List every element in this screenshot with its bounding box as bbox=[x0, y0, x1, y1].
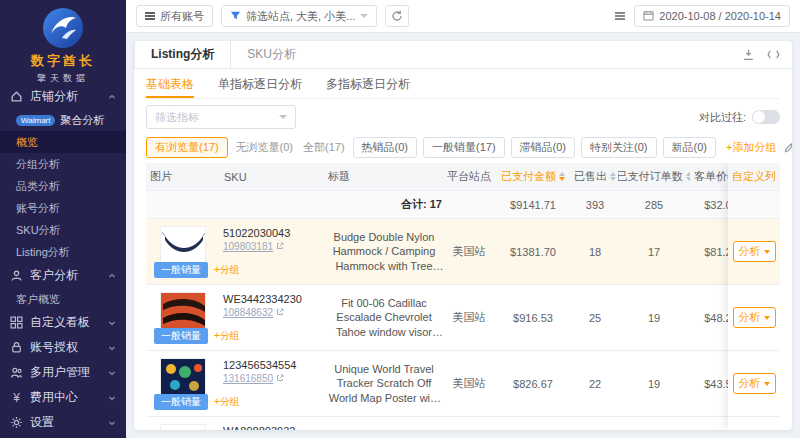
orders-cell: 19 bbox=[618, 378, 690, 390]
table-row[interactable]: WE3442334230 108848632 Fit 00-06 Cadilla… bbox=[146, 285, 780, 351]
compare-label: 对比过往: bbox=[699, 110, 746, 125]
subtabs: 基础表格 单指标逐日分析 多指标逐日分析 bbox=[146, 73, 780, 99]
header-paid-amount[interactable]: 已支付金额 bbox=[494, 169, 572, 184]
menu-label: 客户分析 bbox=[30, 267, 108, 284]
compare-toggle[interactable] bbox=[752, 110, 780, 124]
submenu-label: 聚合分析 bbox=[60, 113, 104, 128]
sales-level-tag: 一般销量 bbox=[154, 328, 208, 344]
content: Listing分析 SKU分析 基础表格 单指标逐日分析 多指标逐日分析 bbox=[126, 33, 800, 438]
date-range-picker[interactable]: 2020-10-08 / 2020-10-14 bbox=[634, 5, 790, 27]
sort-icons[interactable] bbox=[559, 172, 565, 181]
sidebar-item-customer-analysis[interactable]: 客户分析 bbox=[0, 263, 126, 288]
chevron-down-icon bbox=[108, 319, 116, 327]
chevron-down-icon bbox=[108, 394, 116, 402]
sku-code: 51022030043 bbox=[223, 227, 321, 239]
edit-icon[interactable] bbox=[784, 142, 792, 153]
filter-row: 筛选指标 对比过往: bbox=[146, 103, 780, 131]
site-filter[interactable]: 筛选站点, 大美, 小美... bbox=[221, 5, 377, 27]
submenu-label: Listing分析 bbox=[16, 245, 70, 260]
sort-icons[interactable] bbox=[610, 172, 616, 181]
product-image bbox=[160, 424, 206, 430]
download-icon[interactable] bbox=[742, 41, 755, 68]
listing-table: 图片 SKU 标题 平台站点 已支付金额 已售出 bbox=[146, 163, 780, 430]
subtab-single-metric-daily[interactable]: 单指标逐日分析 bbox=[218, 73, 302, 98]
add-to-group-button[interactable]: +分组 bbox=[214, 329, 240, 343]
add-to-group-button[interactable]: +分组 bbox=[214, 395, 240, 409]
header-title: 标题 bbox=[324, 169, 444, 184]
analysis-card: Listing分析 SKU分析 基础表格 单指标逐日分析 多指标逐日分析 bbox=[134, 41, 792, 430]
analyze-button[interactable]: 分析 bbox=[733, 373, 776, 394]
sidebar-item-settings[interactable]: 设置 bbox=[0, 410, 126, 435]
table-row[interactable]: WA898803932 106166992 Vent Window Visor … bbox=[146, 417, 780, 430]
metric-filter-placeholder: 筛选指标 bbox=[155, 110, 199, 125]
chip-hot-sellers[interactable]: 热销品(0) bbox=[353, 137, 417, 158]
sidebar-item-aggregate-analysis[interactable]: Walmart 聚合分析 bbox=[0, 109, 126, 131]
analyze-button[interactable]: 分析 bbox=[733, 241, 776, 262]
account-selector[interactable]: 所有账号 bbox=[136, 5, 213, 27]
analyze-button[interactable]: 分析 bbox=[733, 307, 776, 328]
submenu-label: 概览 bbox=[16, 135, 38, 150]
sidebar-item-sku-analysis[interactable]: SKU分析 bbox=[0, 219, 126, 241]
chip-has-views[interactable]: 有浏览量(17) bbox=[146, 137, 228, 158]
chip-no-views[interactable]: 无浏览量(0) bbox=[234, 138, 295, 157]
yen-icon: ¥ bbox=[10, 391, 23, 405]
table-row[interactable]: 123456534554 131616850 Unique World Trav… bbox=[146, 351, 780, 417]
listing-id-link[interactable]: 108848632 bbox=[223, 307, 273, 318]
sidebar-item-multi-user-management[interactable]: 多用户管理 bbox=[0, 360, 126, 385]
sidebar-item-listing-analysis[interactable]: Listing分析 bbox=[0, 241, 126, 263]
sidebar-item-group-analysis[interactable]: 分组分析 bbox=[0, 153, 126, 175]
analyze-label: 分析 bbox=[739, 244, 761, 259]
menu-label: 费用中心 bbox=[30, 389, 108, 406]
add-to-group-button[interactable]: +分组 bbox=[214, 263, 240, 277]
summary-row: 合计: 17 $9141.71 393 285 $32.08 bbox=[146, 191, 780, 219]
header-sold-label: 已售出 bbox=[574, 169, 607, 184]
header-sku: SKU bbox=[220, 171, 324, 183]
paid-amount-cell: $916.53 bbox=[494, 312, 572, 324]
listing-id-link[interactable]: 109803181 bbox=[223, 241, 273, 252]
sidebar-item-custom-dashboard[interactable]: 自定义看板 bbox=[0, 310, 126, 335]
listing-title: Budge Double Nylon Hammock / Camping Ham… bbox=[324, 230, 444, 273]
table-row[interactable]: 51022030043 109803181 Budge Double Nylon… bbox=[146, 219, 780, 285]
chip-special-watch[interactable]: 特别关注(0) bbox=[581, 137, 656, 158]
site-cell: 美国站 bbox=[444, 244, 494, 259]
subtab-multi-metric-daily[interactable]: 多指标逐日分析 bbox=[326, 73, 410, 98]
sku-code: 123456534554 bbox=[223, 359, 321, 371]
listing-id-link[interactable]: 131616850 bbox=[223, 373, 273, 384]
sidebar-item-overview[interactable]: 概览 bbox=[0, 131, 126, 153]
header-sold[interactable]: 已售出 bbox=[572, 169, 618, 184]
sidebar-item-account-authorization[interactable]: 账号授权 bbox=[0, 335, 126, 360]
site-tag-icon bbox=[230, 10, 241, 23]
external-link-icon bbox=[276, 241, 284, 252]
sidebar-item-account-analysis[interactable]: 账号分析 bbox=[0, 197, 126, 219]
chevron-down-icon bbox=[108, 419, 116, 427]
chevron-down-icon bbox=[108, 344, 116, 352]
sidebar-item-category-analysis[interactable]: 品类分析 bbox=[0, 175, 126, 197]
sidebar-item-customer-overview[interactable]: 客户概览 bbox=[0, 288, 126, 310]
chip-all[interactable]: 全部(17) bbox=[301, 138, 347, 157]
product-image bbox=[160, 358, 206, 396]
gear-icon bbox=[10, 416, 23, 429]
list-icon[interactable] bbox=[614, 10, 626, 22]
chip-new-products[interactable]: 新品(0) bbox=[663, 137, 716, 158]
chevron-right-icon[interactable] bbox=[767, 41, 780, 68]
chip-slow-sellers[interactable]: 滞销品(0) bbox=[511, 137, 575, 158]
submenu-label: SKU分析 bbox=[16, 223, 61, 238]
sidebar-item-shop-analysis[interactable]: 店铺分析 bbox=[0, 84, 126, 109]
tab-sku-analysis[interactable]: SKU分析 bbox=[231, 41, 312, 68]
chip-normal-sales[interactable]: 一般销量(17) bbox=[423, 137, 505, 158]
refresh-button[interactable] bbox=[385, 5, 409, 27]
sidebar-item-billing-center[interactable]: ¥ 费用中心 bbox=[0, 385, 126, 410]
dashboard-icon bbox=[10, 316, 23, 329]
tab-listing-analysis[interactable]: Listing分析 bbox=[134, 41, 231, 68]
date-range-value: 2020-10-08 / 2020-10-14 bbox=[659, 10, 781, 22]
header-paid-orders[interactable]: 已支付订单数 bbox=[618, 169, 690, 184]
custom-column-header[interactable]: 自定义列 bbox=[728, 163, 780, 191]
subtab-basic-table[interactable]: 基础表格 bbox=[146, 73, 194, 98]
add-group-button[interactable]: +添加分组 bbox=[726, 140, 776, 155]
header-site: 平台站点 bbox=[444, 169, 494, 184]
card-body: 基础表格 单指标逐日分析 多指标逐日分析 筛选指标 对比过往: bbox=[134, 69, 792, 430]
account-selector-label: 所有账号 bbox=[160, 9, 204, 24]
site-filter-label: 筛选站点, 大美, 小美... bbox=[246, 9, 355, 24]
metric-filter-select[interactable]: 筛选指标 bbox=[146, 105, 296, 129]
chevron-up-icon bbox=[108, 93, 116, 101]
